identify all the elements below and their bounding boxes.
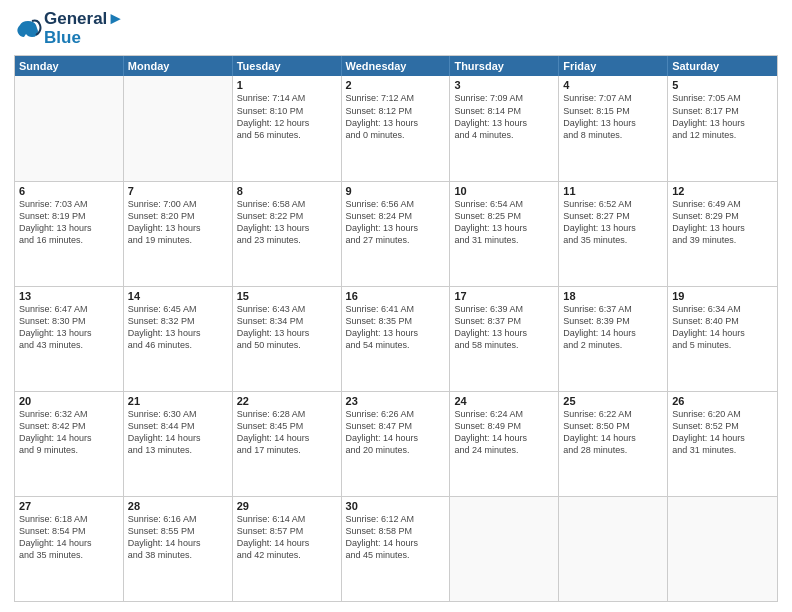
day-number-5: 5 xyxy=(672,79,773,91)
day-info-6: Sunrise: 7:03 AM Sunset: 8:19 PM Dayligh… xyxy=(19,198,119,247)
day-cell-6: 6Sunrise: 7:03 AM Sunset: 8:19 PM Daylig… xyxy=(15,182,124,286)
day-number-13: 13 xyxy=(19,290,119,302)
day-cell-5: 5Sunrise: 7:05 AM Sunset: 8:17 PM Daylig… xyxy=(668,76,777,180)
empty-cell-4-4 xyxy=(450,497,559,601)
day-cell-3: 3Sunrise: 7:09 AM Sunset: 8:14 PM Daylig… xyxy=(450,76,559,180)
day-info-17: Sunrise: 6:39 AM Sunset: 8:37 PM Dayligh… xyxy=(454,303,554,352)
day-info-25: Sunrise: 6:22 AM Sunset: 8:50 PM Dayligh… xyxy=(563,408,663,457)
day-number-12: 12 xyxy=(672,185,773,197)
day-info-27: Sunrise: 6:18 AM Sunset: 8:54 PM Dayligh… xyxy=(19,513,119,562)
day-info-1: Sunrise: 7:14 AM Sunset: 8:10 PM Dayligh… xyxy=(237,92,337,141)
header-cell-thursday: Thursday xyxy=(450,56,559,76)
day-info-19: Sunrise: 6:34 AM Sunset: 8:40 PM Dayligh… xyxy=(672,303,773,352)
day-info-30: Sunrise: 6:12 AM Sunset: 8:58 PM Dayligh… xyxy=(346,513,446,562)
day-info-11: Sunrise: 6:52 AM Sunset: 8:27 PM Dayligh… xyxy=(563,198,663,247)
header-cell-sunday: Sunday xyxy=(15,56,124,76)
week-row-3: 13Sunrise: 6:47 AM Sunset: 8:30 PM Dayli… xyxy=(15,287,777,392)
header-cell-friday: Friday xyxy=(559,56,668,76)
day-number-9: 9 xyxy=(346,185,446,197)
day-info-15: Sunrise: 6:43 AM Sunset: 8:34 PM Dayligh… xyxy=(237,303,337,352)
week-row-4: 20Sunrise: 6:32 AM Sunset: 8:42 PM Dayli… xyxy=(15,392,777,497)
header: General► Blue xyxy=(14,10,778,47)
calendar-header: SundayMondayTuesdayWednesdayThursdayFrid… xyxy=(15,56,777,76)
header-cell-saturday: Saturday xyxy=(668,56,777,76)
header-cell-tuesday: Tuesday xyxy=(233,56,342,76)
day-cell-15: 15Sunrise: 6:43 AM Sunset: 8:34 PM Dayli… xyxy=(233,287,342,391)
day-number-23: 23 xyxy=(346,395,446,407)
day-info-8: Sunrise: 6:58 AM Sunset: 8:22 PM Dayligh… xyxy=(237,198,337,247)
empty-cell-0-0 xyxy=(15,76,124,180)
day-cell-26: 26Sunrise: 6:20 AM Sunset: 8:52 PM Dayli… xyxy=(668,392,777,496)
day-cell-10: 10Sunrise: 6:54 AM Sunset: 8:25 PM Dayli… xyxy=(450,182,559,286)
day-number-1: 1 xyxy=(237,79,337,91)
day-cell-30: 30Sunrise: 6:12 AM Sunset: 8:58 PM Dayli… xyxy=(342,497,451,601)
day-number-22: 22 xyxy=(237,395,337,407)
day-cell-22: 22Sunrise: 6:28 AM Sunset: 8:45 PM Dayli… xyxy=(233,392,342,496)
day-info-5: Sunrise: 7:05 AM Sunset: 8:17 PM Dayligh… xyxy=(672,92,773,141)
calendar: SundayMondayTuesdayWednesdayThursdayFrid… xyxy=(14,55,778,602)
day-number-16: 16 xyxy=(346,290,446,302)
day-info-21: Sunrise: 6:30 AM Sunset: 8:44 PM Dayligh… xyxy=(128,408,228,457)
day-number-26: 26 xyxy=(672,395,773,407)
day-cell-16: 16Sunrise: 6:41 AM Sunset: 8:35 PM Dayli… xyxy=(342,287,451,391)
day-number-24: 24 xyxy=(454,395,554,407)
week-row-2: 6Sunrise: 7:03 AM Sunset: 8:19 PM Daylig… xyxy=(15,182,777,287)
day-info-16: Sunrise: 6:41 AM Sunset: 8:35 PM Dayligh… xyxy=(346,303,446,352)
day-info-12: Sunrise: 6:49 AM Sunset: 8:29 PM Dayligh… xyxy=(672,198,773,247)
header-cell-wednesday: Wednesday xyxy=(342,56,451,76)
day-number-6: 6 xyxy=(19,185,119,197)
calendar-body: 1Sunrise: 7:14 AM Sunset: 8:10 PM Daylig… xyxy=(15,76,777,601)
empty-cell-4-5 xyxy=(559,497,668,601)
day-info-22: Sunrise: 6:28 AM Sunset: 8:45 PM Dayligh… xyxy=(237,408,337,457)
day-cell-17: 17Sunrise: 6:39 AM Sunset: 8:37 PM Dayli… xyxy=(450,287,559,391)
day-info-7: Sunrise: 7:00 AM Sunset: 8:20 PM Dayligh… xyxy=(128,198,228,247)
day-info-3: Sunrise: 7:09 AM Sunset: 8:14 PM Dayligh… xyxy=(454,92,554,141)
day-cell-9: 9Sunrise: 6:56 AM Sunset: 8:24 PM Daylig… xyxy=(342,182,451,286)
day-info-23: Sunrise: 6:26 AM Sunset: 8:47 PM Dayligh… xyxy=(346,408,446,457)
day-info-4: Sunrise: 7:07 AM Sunset: 8:15 PM Dayligh… xyxy=(563,92,663,141)
logo-text: General► Blue xyxy=(44,10,124,47)
day-cell-2: 2Sunrise: 7:12 AM Sunset: 8:12 PM Daylig… xyxy=(342,76,451,180)
day-info-18: Sunrise: 6:37 AM Sunset: 8:39 PM Dayligh… xyxy=(563,303,663,352)
day-cell-23: 23Sunrise: 6:26 AM Sunset: 8:47 PM Dayli… xyxy=(342,392,451,496)
day-number-25: 25 xyxy=(563,395,663,407)
day-cell-21: 21Sunrise: 6:30 AM Sunset: 8:44 PM Dayli… xyxy=(124,392,233,496)
logo-line1: General► xyxy=(44,10,124,29)
day-cell-4: 4Sunrise: 7:07 AM Sunset: 8:15 PM Daylig… xyxy=(559,76,668,180)
day-cell-11: 11Sunrise: 6:52 AM Sunset: 8:27 PM Dayli… xyxy=(559,182,668,286)
day-cell-12: 12Sunrise: 6:49 AM Sunset: 8:29 PM Dayli… xyxy=(668,182,777,286)
day-number-15: 15 xyxy=(237,290,337,302)
day-info-14: Sunrise: 6:45 AM Sunset: 8:32 PM Dayligh… xyxy=(128,303,228,352)
day-info-20: Sunrise: 6:32 AM Sunset: 8:42 PM Dayligh… xyxy=(19,408,119,457)
day-number-7: 7 xyxy=(128,185,228,197)
day-cell-27: 27Sunrise: 6:18 AM Sunset: 8:54 PM Dayli… xyxy=(15,497,124,601)
logo-line2: Blue xyxy=(44,29,124,48)
day-number-21: 21 xyxy=(128,395,228,407)
day-info-10: Sunrise: 6:54 AM Sunset: 8:25 PM Dayligh… xyxy=(454,198,554,247)
day-number-28: 28 xyxy=(128,500,228,512)
day-number-30: 30 xyxy=(346,500,446,512)
day-info-24: Sunrise: 6:24 AM Sunset: 8:49 PM Dayligh… xyxy=(454,408,554,457)
day-number-29: 29 xyxy=(237,500,337,512)
day-cell-24: 24Sunrise: 6:24 AM Sunset: 8:49 PM Dayli… xyxy=(450,392,559,496)
day-cell-29: 29Sunrise: 6:14 AM Sunset: 8:57 PM Dayli… xyxy=(233,497,342,601)
day-cell-7: 7Sunrise: 7:00 AM Sunset: 8:20 PM Daylig… xyxy=(124,182,233,286)
day-number-18: 18 xyxy=(563,290,663,302)
empty-cell-4-6 xyxy=(668,497,777,601)
day-cell-14: 14Sunrise: 6:45 AM Sunset: 8:32 PM Dayli… xyxy=(124,287,233,391)
day-number-8: 8 xyxy=(237,185,337,197)
day-cell-1: 1Sunrise: 7:14 AM Sunset: 8:10 PM Daylig… xyxy=(233,76,342,180)
day-info-28: Sunrise: 6:16 AM Sunset: 8:55 PM Dayligh… xyxy=(128,513,228,562)
day-cell-18: 18Sunrise: 6:37 AM Sunset: 8:39 PM Dayli… xyxy=(559,287,668,391)
day-info-13: Sunrise: 6:47 AM Sunset: 8:30 PM Dayligh… xyxy=(19,303,119,352)
day-number-19: 19 xyxy=(672,290,773,302)
day-number-27: 27 xyxy=(19,500,119,512)
day-number-3: 3 xyxy=(454,79,554,91)
logo-icon xyxy=(14,15,42,43)
day-number-10: 10 xyxy=(454,185,554,197)
day-cell-19: 19Sunrise: 6:34 AM Sunset: 8:40 PM Dayli… xyxy=(668,287,777,391)
day-number-2: 2 xyxy=(346,79,446,91)
day-info-29: Sunrise: 6:14 AM Sunset: 8:57 PM Dayligh… xyxy=(237,513,337,562)
day-info-9: Sunrise: 6:56 AM Sunset: 8:24 PM Dayligh… xyxy=(346,198,446,247)
empty-cell-0-1 xyxy=(124,76,233,180)
